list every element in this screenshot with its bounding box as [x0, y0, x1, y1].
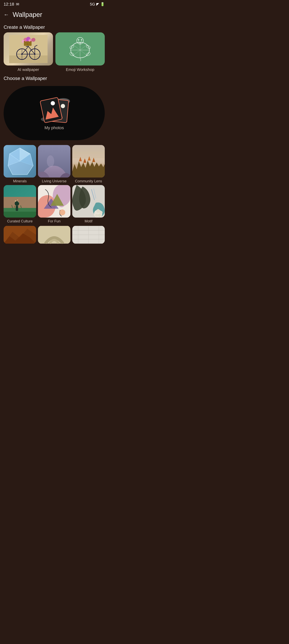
svg-point-90 — [95, 214, 98, 217]
motif-thumbnail — [72, 185, 105, 218]
svg-point-79 — [18, 202, 19, 202]
svg-point-89 — [98, 214, 101, 217]
status-left: 12:18 ✉ — [4, 2, 19, 7]
choose-section: Choose a Wallpaper — [0, 72, 108, 248]
svg-rect-22 — [24, 41, 32, 46]
curated-culture-label: Curated Culture — [7, 219, 32, 223]
for-fun-item[interactable]: For Fun — [38, 185, 70, 223]
motif-bg — [72, 185, 105, 218]
emoji-workshop-bg — [56, 32, 105, 66]
svg-point-80 — [17, 200, 18, 200]
my-photos-label: My photos — [44, 126, 64, 130]
bottom-item-1[interactable] — [4, 226, 36, 244]
emoji-workshop-thumbnail — [56, 32, 105, 66]
svg-point-32 — [78, 39, 79, 40]
status-bar: 12:18 ✉ 5G ◤ 🔋 — [0, 0, 108, 8]
curated-culture-item[interactable]: Curated Culture — [4, 185, 36, 223]
time-display: 12:18 — [4, 2, 14, 7]
wallpaper-grid: Minerals — [0, 142, 108, 226]
bottom-row-partial — [0, 226, 108, 248]
top-bar: ← Wallpaper — [0, 8, 108, 21]
living-universe-label: Living Universe — [42, 179, 66, 183]
for-fun-thumbnail — [38, 185, 70, 218]
svg-rect-1 — [9, 56, 48, 63]
ai-wallpaper-label: AI wallpaper — [18, 67, 39, 72]
svg-rect-74 — [16, 206, 18, 211]
svg-point-87 — [96, 209, 100, 213]
create-grid: AI wallpaper — [4, 32, 105, 72]
for-fun-bg — [38, 185, 70, 218]
ai-wallpaper-thumbnail — [4, 32, 53, 66]
minerals-thumbnail — [4, 145, 36, 178]
svg-point-33 — [81, 39, 82, 40]
bottom-item-3[interactable] — [72, 226, 105, 244]
bottom-thumb-3 — [72, 226, 105, 244]
create-section-title: Create a Wallpaper — [0, 21, 108, 32]
signal-text: 5G — [90, 2, 95, 7]
mail-icon: ✉ — [16, 2, 19, 7]
living-universe-bg — [38, 145, 70, 178]
bottom-item-2[interactable] — [38, 226, 70, 244]
living-universe-item[interactable]: Living Universe — [38, 145, 70, 183]
back-button[interactable]: ← — [4, 12, 9, 18]
community-lens-bg — [72, 145, 105, 178]
ai-wallpaper-bg — [4, 32, 53, 66]
my-photos-card[interactable]: My photos — [4, 86, 105, 140]
svg-point-25 — [28, 39, 31, 42]
curated-culture-bg — [4, 185, 36, 218]
minerals-bg — [4, 145, 36, 178]
photos-icon — [39, 96, 69, 123]
svg-point-60 — [47, 156, 54, 167]
bottom-thumb-1 — [4, 226, 36, 244]
emoji-workshop-card[interactable]: Emoji Workshop — [56, 32, 105, 72]
minerals-item[interactable]: Minerals — [4, 145, 36, 183]
curated-culture-thumbnail — [4, 185, 36, 218]
bottom-thumb-2 — [38, 226, 70, 244]
svg-point-18 — [21, 53, 22, 55]
svg-point-88 — [100, 211, 103, 214]
battery-icon: 🔋 — [100, 2, 105, 6]
svg-rect-70 — [4, 197, 36, 209]
signal-bars-icon: ◤ — [96, 2, 99, 6]
svg-point-78 — [15, 200, 16, 202]
ai-wallpaper-card[interactable]: AI wallpaper — [4, 32, 53, 72]
emoji-workshop-label: Emoji Workshop — [66, 67, 94, 72]
svg-marker-72 — [4, 208, 36, 212]
svg-point-84 — [59, 210, 65, 215]
community-lens-label: Community Lens — [75, 179, 102, 183]
status-right: 5G ◤ 🔋 — [90, 2, 105, 7]
create-section: Create a Wallpaper — [0, 21, 108, 72]
choose-section-content: My photos — [0, 84, 108, 140]
svg-point-6 — [32, 38, 35, 42]
motif-label: Motif — [84, 219, 92, 223]
living-universe-thumbnail — [38, 145, 70, 178]
for-fun-label: For Fun — [48, 219, 60, 223]
community-lens-thumbnail — [72, 145, 105, 178]
page-title: Wallpaper — [13, 11, 42, 18]
motif-item[interactable]: Motif — [72, 185, 105, 223]
choose-section-title: Choose a Wallpaper — [0, 72, 108, 84]
minerals-label: Minerals — [13, 179, 27, 183]
community-lens-item[interactable]: Community Lens — [72, 145, 105, 183]
